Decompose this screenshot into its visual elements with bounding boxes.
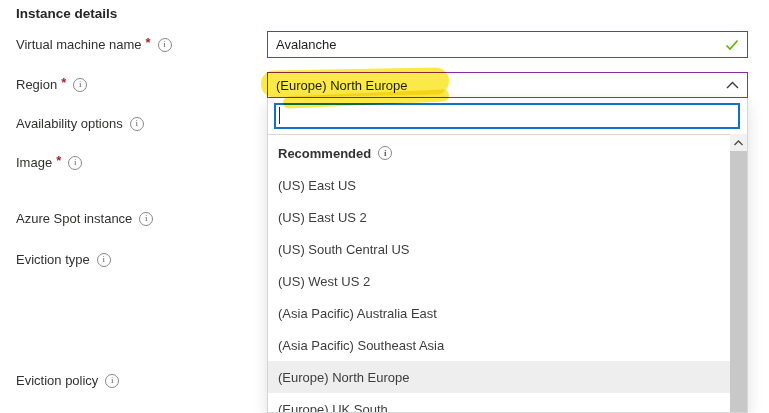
label-text: Eviction type	[16, 252, 90, 267]
region-combobox[interactable]: (Europe) North Europe	[267, 72, 748, 98]
region-option[interactable]: (US) South Central US	[268, 233, 730, 265]
info-icon[interactable]	[139, 212, 153, 226]
label-text: Virtual machine name	[16, 37, 142, 52]
scroll-up-button[interactable]	[730, 134, 747, 151]
region-option[interactable]: (Europe) North Europe	[268, 361, 730, 393]
section-title: Instance details	[16, 6, 117, 21]
region-option-list: Recommended(US) East US(US) East US 2(US…	[268, 137, 730, 412]
text-caret	[279, 107, 280, 124]
region-option[interactable]: (Asia Pacific) Australia East	[268, 297, 730, 329]
region-selected-value: (Europe) North Europe	[276, 78, 726, 93]
check-icon	[725, 39, 739, 51]
info-icon[interactable]	[158, 38, 172, 52]
group-header-recommended: Recommended	[268, 137, 730, 169]
info-icon[interactable]	[378, 146, 392, 160]
label-text: Image	[16, 155, 52, 170]
field-label-eviction-type: Eviction type	[16, 251, 111, 268]
region-option[interactable]: (Asia Pacific) Southeast Asia	[268, 329, 730, 361]
field-label-image: Image*	[16, 154, 82, 171]
region-option[interactable]: (US) East US	[268, 169, 730, 201]
chevron-up-icon	[726, 81, 739, 89]
required-asterisk: *	[61, 75, 66, 90]
label-text: Eviction policy	[16, 373, 98, 388]
region-option[interactable]: (US) West US 2	[268, 265, 730, 297]
vm-name-input[interactable]: Avalanche	[267, 31, 748, 58]
region-option[interactable]: (Europe) UK South	[268, 393, 730, 412]
dropdown-search-area	[268, 98, 747, 135]
info-icon[interactable]	[105, 374, 119, 388]
field-label-availability-options: Availability options	[16, 115, 144, 132]
field-label-region: Region*	[16, 76, 87, 93]
required-asterisk: *	[56, 153, 61, 168]
label-text: Region	[16, 77, 57, 92]
vm-name-value: Avalanche	[276, 37, 725, 52]
field-label-eviction-policy: Eviction policy	[16, 372, 119, 389]
label-text: Azure Spot instance	[16, 211, 132, 226]
info-icon[interactable]	[97, 253, 111, 267]
region-option[interactable]: (US) East US 2	[268, 201, 730, 233]
info-icon[interactable]	[130, 117, 144, 131]
region-dropdown: Recommended(US) East US(US) East US 2(US…	[267, 98, 748, 413]
info-icon[interactable]	[73, 78, 87, 92]
field-label-azure-spot-instance: Azure Spot instance	[16, 210, 153, 227]
info-icon[interactable]	[68, 156, 82, 170]
instance-details-form: Instance details Virtual machine name*Re…	[0, 0, 769, 413]
dropdown-scrollbar[interactable]	[730, 134, 747, 412]
group-header-text: Recommended	[278, 146, 371, 161]
region-search-input[interactable]	[274, 103, 740, 129]
required-asterisk: *	[146, 35, 151, 50]
label-text: Availability options	[16, 116, 123, 131]
field-label-virtual-machine-name: Virtual machine name*	[16, 36, 172, 53]
scrollbar-thumb[interactable]	[730, 151, 747, 412]
